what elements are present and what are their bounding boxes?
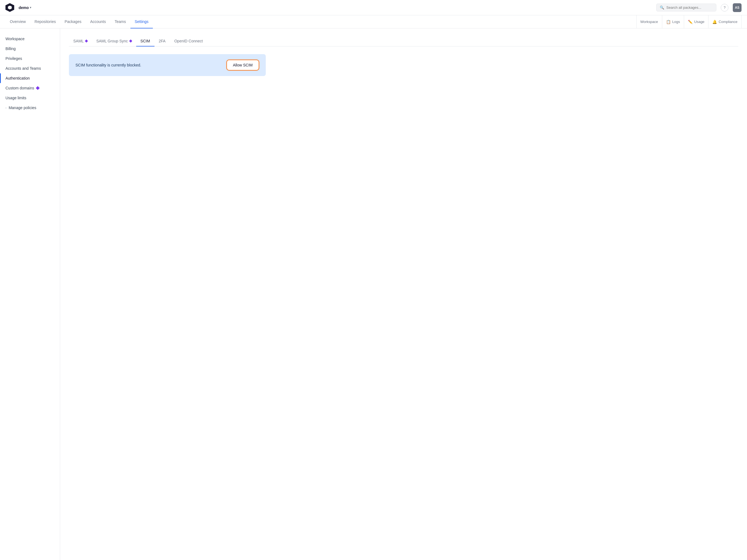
help-button[interactable]: ? — [721, 4, 728, 11]
tab-scim[interactable]: SCIM — [136, 36, 154, 47]
sidebar-item-usage-limits[interactable]: Usage limits — [0, 93, 60, 103]
navbar: Overview Repositories Packages Accounts … — [0, 15, 747, 28]
workspace-label: Workspace — [640, 20, 658, 24]
nav-left: Overview Repositories Packages Accounts … — [5, 15, 636, 28]
auth-tabs: SAML SAML Group Sync SCIM 2FA OpenID Con… — [69, 36, 738, 47]
nav-right-workspace[interactable]: Workspace — [636, 15, 662, 28]
tab-openid-connect-label: OpenID Connect — [174, 39, 203, 43]
logo-icon — [5, 3, 14, 12]
topbar: demo ▾ 🔍 ? AS — [0, 0, 747, 15]
compliance-icon: 🔔 — [712, 20, 717, 24]
tab-saml-label: SAML — [73, 39, 84, 43]
sidebar: Workspace Billing Privileges Accounts an… — [0, 28, 60, 560]
tab-openid-connect[interactable]: OpenID Connect — [170, 36, 207, 47]
scim-banner-text: SCIM functionality is currently blocked. — [75, 63, 141, 67]
sidebar-item-authentication[interactable]: Authentication — [0, 73, 60, 83]
sidebar-item-billing[interactable]: Billing — [0, 44, 60, 54]
sidebar-item-manage-policies[interactable]: › Manage policies — [0, 103, 60, 113]
nav-item-packages[interactable]: Packages — [60, 15, 85, 28]
sidebar-item-authentication-label: Authentication — [5, 76, 30, 80]
tab-saml[interactable]: SAML — [69, 36, 92, 47]
nav-right-logs[interactable]: 📋 Logs — [662, 15, 684, 28]
sidebar-item-custom-domains[interactable]: Custom domains — [0, 83, 60, 93]
avatar-initials: AS — [735, 6, 740, 9]
main-layout: Workspace Billing Privileges Accounts an… — [0, 28, 747, 560]
sidebar-item-privileges-label: Privileges — [5, 56, 22, 61]
saml-group-sync-diamond-icon — [129, 40, 132, 42]
diamond-icon — [36, 86, 40, 90]
workspace-selector[interactable]: demo ▾ — [19, 5, 31, 10]
search-icon: 🔍 — [660, 5, 664, 9]
nav-item-settings[interactable]: Settings — [130, 15, 153, 28]
help-label: ? — [723, 5, 725, 9]
sidebar-item-usage-limits-label: Usage limits — [5, 96, 26, 100]
scim-banner: SCIM functionality is currently blocked.… — [69, 54, 266, 76]
sidebar-item-billing-label: Billing — [5, 47, 16, 51]
nav-right-compliance[interactable]: 🔔 Compliance — [709, 15, 742, 28]
avatar[interactable]: AS — [733, 3, 742, 12]
saml-diamond-icon — [85, 40, 88, 42]
nav-item-accounts[interactable]: Accounts — [86, 15, 110, 28]
usage-label: Usage — [694, 20, 705, 24]
logs-icon: 📋 — [666, 20, 671, 24]
nav-right-usage[interactable]: ✏️ Usage — [684, 15, 709, 28]
sidebar-item-privileges[interactable]: Privileges — [0, 54, 60, 63]
search-container: 🔍 — [656, 4, 716, 11]
nav-item-overview[interactable]: Overview — [5, 15, 30, 28]
chevron-down-icon: ▾ — [30, 6, 31, 9]
workspace-name-label: demo — [19, 5, 29, 10]
logs-label: Logs — [672, 20, 680, 24]
sidebar-item-workspace[interactable]: Workspace — [0, 34, 60, 44]
compliance-label: Compliance — [719, 20, 738, 24]
sidebar-item-workspace-label: Workspace — [5, 36, 25, 41]
nav-item-teams[interactable]: Teams — [110, 15, 130, 28]
sidebar-item-accounts-and-teams-label: Accounts and Teams — [5, 66, 41, 71]
content-area: SAML SAML Group Sync SCIM 2FA OpenID Con… — [60, 28, 747, 560]
usage-icon: ✏️ — [688, 20, 693, 24]
sidebar-item-accounts-and-teams[interactable]: Accounts and Teams — [0, 63, 60, 73]
tab-2fa-label: 2FA — [159, 39, 166, 43]
tab-scim-label: SCIM — [140, 39, 150, 43]
sidebar-item-manage-policies-label: Manage policies — [9, 105, 36, 110]
sidebar-item-custom-domains-label: Custom domains — [5, 86, 34, 90]
tab-saml-group-sync-label: SAML Group Sync — [96, 39, 128, 43]
tab-saml-group-sync[interactable]: SAML Group Sync — [92, 36, 136, 47]
tab-2fa[interactable]: 2FA — [154, 36, 170, 47]
nav-right: Workspace 📋 Logs ✏️ Usage 🔔 Compliance — [636, 15, 742, 28]
allow-scim-button[interactable]: Allow SCIM — [226, 59, 259, 71]
chevron-right-icon: › — [5, 106, 6, 109]
nav-item-repositories[interactable]: Repositories — [30, 15, 60, 28]
search-input[interactable] — [666, 5, 713, 9]
